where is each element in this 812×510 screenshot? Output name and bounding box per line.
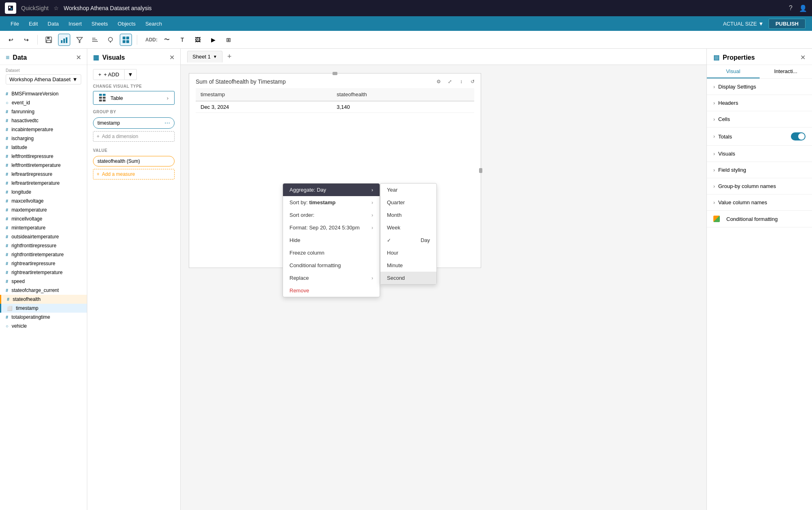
- field-leftfronttiretemperature[interactable]: # leftfronttiretemperature: [0, 161, 87, 170]
- menu-search[interactable]: Search: [141, 19, 166, 28]
- field-stateofcharge-current[interactable]: # stateofcharge_current: [0, 286, 87, 295]
- prop-section-totals[interactable]: › Totals: [707, 128, 812, 146]
- field-leftreartiretemperature[interactable]: # leftreartiretemperature: [0, 179, 87, 188]
- add-custom-button[interactable]: ⊞: [222, 34, 235, 46]
- field-leftreartirepressure[interactable]: # leftreartirepressure: [0, 170, 87, 179]
- menu-sheets[interactable]: Sheets: [87, 19, 112, 28]
- submenu-day[interactable]: ✓ Day: [380, 234, 436, 246]
- field-bmsfirmwareversion[interactable]: # BMSFirmwareVersion: [0, 89, 87, 98]
- visual-settings-icon[interactable]: ⚙: [434, 77, 443, 86]
- menu-edit[interactable]: Edit: [25, 19, 42, 28]
- value-field-pill[interactable]: stateofhealth (Sum): [93, 156, 175, 166]
- menu-objects[interactable]: Objects: [114, 19, 140, 28]
- chart-button[interactable]: [58, 34, 70, 46]
- data-panel-close-button[interactable]: ✕: [76, 54, 81, 61]
- submenu-second[interactable]: Second: [380, 272, 436, 284]
- undo-button[interactable]: ↩: [5, 34, 17, 46]
- field-incabintemperature[interactable]: # incabintemperature: [0, 125, 87, 134]
- submenu-year[interactable]: Year: [380, 184, 436, 196]
- submenu-month[interactable]: Month: [380, 209, 436, 221]
- prop-section-display-settings[interactable]: › Display Settings: [707, 79, 812, 95]
- prop-section-field-styling[interactable]: › Field styling: [707, 162, 812, 178]
- submenu-minute[interactable]: Minute: [380, 259, 436, 272]
- field-rightfronttirepressure[interactable]: # rightfronttirepressure: [0, 241, 87, 250]
- sheet-tab-1[interactable]: Sheet 1 ▼: [187, 51, 222, 63]
- publish-button[interactable]: PUBLISH: [769, 19, 806, 29]
- context-menu-sort-order[interactable]: Sort order: ›: [283, 209, 380, 221]
- insights-button[interactable]: [104, 34, 117, 46]
- visual-expand-icon[interactable]: ⤢: [445, 77, 455, 86]
- menu-insert[interactable]: Insert: [65, 19, 86, 28]
- prop-section-groupby-column-names[interactable]: › Group-by column names: [707, 178, 812, 194]
- submenu-hour[interactable]: Hour: [380, 246, 436, 259]
- sheet-tab-dropdown-icon[interactable]: ▼: [213, 54, 217, 59]
- field-mincellvoltage[interactable]: # mincellvoltage: [0, 214, 87, 223]
- visual-type-selector[interactable]: Table ›: [93, 91, 175, 105]
- field-longitude[interactable]: # longitude: [0, 188, 87, 197]
- save-button[interactable]: [43, 34, 55, 46]
- star-icon[interactable]: ☆: [54, 5, 59, 11]
- context-menu-remove[interactable]: Remove: [283, 284, 380, 297]
- totals-toggle[interactable]: [791, 132, 806, 140]
- add-video-button[interactable]: ▶: [207, 34, 219, 46]
- resize-handle-right[interactable]: [479, 168, 482, 173]
- add-measure-button[interactable]: + Add a measure: [93, 169, 175, 179]
- filter-button[interactable]: [73, 34, 86, 46]
- add-dimension-button[interactable]: + Add a dimension: [93, 131, 175, 142]
- actual-size-button[interactable]: ACTUAL SIZE ▼: [723, 21, 764, 27]
- resize-handle-top[interactable]: [333, 72, 337, 75]
- context-menu-sort-by[interactable]: Sort by: timestamp ›: [283, 196, 380, 209]
- field-timestamp[interactable]: ⬜ timestamp: [0, 304, 87, 313]
- add-visual-dropdown-button[interactable]: ▼: [125, 69, 137, 80]
- field-pill-options-icon[interactable]: ⋯: [164, 120, 170, 126]
- context-menu-freeze-column[interactable]: Freeze column: [283, 246, 380, 259]
- prop-section-conditional-formatting[interactable]: Conditional formatting: [707, 211, 812, 227]
- add-text-button[interactable]: T: [176, 34, 188, 46]
- field-ischarging[interactable]: # ischarging: [0, 134, 87, 143]
- sort-button[interactable]: [89, 34, 101, 46]
- field-mintemperature[interactable]: # mintemperature: [0, 223, 87, 232]
- submenu-week[interactable]: Week: [380, 221, 436, 234]
- field-fanrunning[interactable]: # fanrunning: [0, 107, 87, 116]
- field-totaloperatingtime[interactable]: # totaloperatingtime: [0, 313, 87, 322]
- tab-interactions[interactable]: Interacti...: [760, 65, 812, 78]
- field-rightreartirepressure[interactable]: # rightreartirepressure: [0, 259, 87, 268]
- field-rightreartiretemperature[interactable]: # rightreartiretemperature: [0, 268, 87, 277]
- field-speed[interactable]: # speed: [0, 277, 87, 286]
- user-icon[interactable]: 👤: [799, 4, 807, 12]
- context-menu-hide[interactable]: Hide: [283, 234, 380, 246]
- visual-type-active-button[interactable]: [120, 34, 132, 46]
- field-maxtemperature[interactable]: # maxtemperature: [0, 205, 87, 214]
- field-hasactivedtc[interactable]: # hasactivedtc: [0, 116, 87, 125]
- dataset-selector[interactable]: Workshop Athena Dataset ▼: [6, 74, 81, 84]
- field-stateofhealth[interactable]: # stateofhealth: [0, 295, 87, 304]
- field-outsideairtemperature[interactable]: # outsideairtemperature: [0, 232, 87, 241]
- context-menu-conditional-formatting[interactable]: Conditional formatting: [283, 259, 380, 272]
- redo-button[interactable]: ↪: [20, 34, 32, 46]
- prop-section-visuals[interactable]: › Visuals: [707, 146, 812, 162]
- visuals-panel-close-button[interactable]: ✕: [169, 54, 175, 61]
- field-leftfronttirepressure[interactable]: # leftfronttirepressure: [0, 152, 87, 161]
- add-image-button[interactable]: 🖼: [192, 34, 204, 46]
- field-maxcellvoltage[interactable]: # maxcellvoltage: [0, 197, 87, 205]
- field-rightfronttiretemperature[interactable]: # rightfronttiretemperature: [0, 250, 87, 259]
- field-event-id[interactable]: ○ event_id: [0, 98, 87, 107]
- prop-section-headers[interactable]: › Headers: [707, 95, 812, 111]
- prop-section-cells[interactable]: › Cells: [707, 111, 812, 128]
- add-sheet-button[interactable]: +: [224, 51, 235, 63]
- field-latitude[interactable]: # latitude: [0, 143, 87, 152]
- menu-file[interactable]: File: [6, 19, 23, 28]
- help-icon[interactable]: ?: [789, 4, 793, 12]
- field-vehicle[interactable]: ○ vehicle: [0, 322, 87, 331]
- add-visual-button[interactable]: + + ADD: [93, 69, 125, 80]
- context-menu-format[interactable]: Format: Sep 20, 2024 5:30pm ›: [283, 221, 380, 234]
- visual-refresh-icon[interactable]: ↺: [468, 77, 477, 86]
- menu-data[interactable]: Data: [43, 19, 63, 28]
- prop-section-value-column-names[interactable]: › Value column names: [707, 194, 812, 211]
- add-line-button[interactable]: 〜: [161, 34, 173, 46]
- tab-visual[interactable]: Visual: [707, 65, 760, 78]
- visual-sort-icon[interactable]: ↕: [456, 77, 466, 86]
- group-by-field-pill[interactable]: timestamp ⋯: [93, 117, 175, 129]
- context-menu-replace[interactable]: Replace ›: [283, 272, 380, 284]
- submenu-quarter[interactable]: Quarter: [380, 196, 436, 209]
